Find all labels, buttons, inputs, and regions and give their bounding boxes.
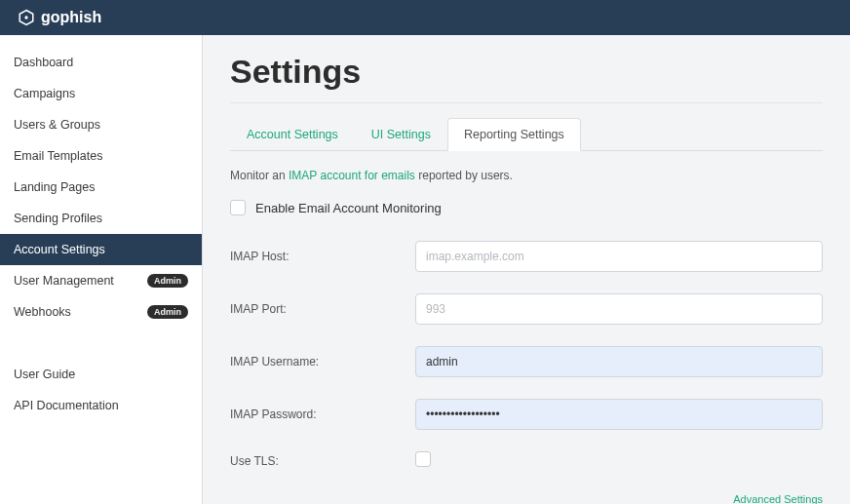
imap-password-label: IMAP Password: bbox=[230, 407, 415, 421]
tab-account-settings[interactable]: Account Settings bbox=[230, 118, 355, 151]
sidebar-item-label: API Documentation bbox=[14, 399, 119, 412]
enable-monitoring-label: Enable Email Account Monitoring bbox=[255, 201, 442, 215]
sidebar-item-label: Sending Profiles bbox=[14, 212, 102, 225]
sidebar-item-label: Dashboard bbox=[14, 56, 73, 69]
sidebar-item-campaigns[interactable]: Campaigns bbox=[0, 78, 202, 109]
tab-reporting-settings[interactable]: Reporting Settings bbox=[447, 118, 581, 151]
imap-host-label: IMAP Host: bbox=[230, 250, 415, 263]
imap-port-label: IMAP Port: bbox=[230, 302, 415, 316]
tab-label: Account Settings bbox=[247, 128, 338, 141]
tabs: Account Settings UI Settings Reporting S… bbox=[230, 117, 823, 151]
imap-username-input[interactable] bbox=[415, 346, 823, 377]
sidebar-item-label: User Guide bbox=[14, 368, 75, 381]
imap-port-row: IMAP Port: bbox=[230, 293, 823, 325]
sidebar-item-email-templates[interactable]: Email Templates bbox=[0, 140, 202, 172]
tab-label: UI Settings bbox=[371, 128, 431, 141]
helper-suffix: reported by users. bbox=[415, 169, 513, 182]
imap-password-input[interactable] bbox=[415, 399, 823, 430]
sidebar-item-label: Webhooks bbox=[14, 305, 71, 319]
sidebar-item-label: Email Templates bbox=[14, 149, 102, 163]
advanced-settings-row: Advanced Settings bbox=[230, 491, 823, 504]
sidebar-item-label: User Management bbox=[14, 274, 114, 288]
admin-badge: Admin bbox=[147, 274, 188, 288]
tab-label: Reporting Settings bbox=[464, 128, 564, 141]
sidebar-item-user-management[interactable]: User Management Admin bbox=[0, 265, 202, 296]
sidebar-item-landing-pages[interactable]: Landing Pages bbox=[0, 172, 202, 203]
sidebar-item-users-groups[interactable]: Users & Groups bbox=[0, 109, 202, 140]
advanced-settings-link[interactable]: Advanced Settings bbox=[733, 493, 823, 504]
title-rule bbox=[230, 102, 823, 103]
sidebar: Dashboard Campaigns Users & Groups Email… bbox=[0, 35, 203, 504]
sidebar-item-webhooks[interactable]: Webhooks Admin bbox=[0, 296, 202, 328]
use-tls-checkbox[interactable] bbox=[415, 451, 431, 467]
use-tls-row: Use TLS: bbox=[230, 451, 823, 470]
brand-hexagon-icon bbox=[18, 9, 35, 26]
sidebar-item-account-settings[interactable]: Account Settings bbox=[0, 234, 202, 265]
main-content: Settings Account Settings UI Settings Re… bbox=[203, 35, 850, 504]
enable-monitoring-row: Enable Email Account Monitoring bbox=[230, 200, 823, 215]
brand-name: gophish bbox=[41, 9, 101, 26]
sidebar-item-label: Users & Groups bbox=[14, 118, 100, 132]
sidebar-item-label: Campaigns bbox=[14, 87, 75, 100]
page-title: Settings bbox=[230, 53, 823, 91]
admin-badge: Admin bbox=[147, 305, 188, 319]
sidebar-item-sending-profiles[interactable]: Sending Profiles bbox=[0, 203, 202, 234]
imap-host-input[interactable] bbox=[415, 241, 823, 272]
brand[interactable]: gophish bbox=[18, 9, 101, 26]
tab-ui-settings[interactable]: UI Settings bbox=[355, 118, 447, 151]
use-tls-label: Use TLS: bbox=[230, 454, 415, 468]
sidebar-item-api-documentation[interactable]: API Documentation bbox=[0, 390, 202, 421]
sidebar-item-label: Landing Pages bbox=[14, 180, 95, 194]
topbar: gophish bbox=[0, 0, 850, 35]
imap-username-label: IMAP Username: bbox=[230, 355, 415, 368]
sidebar-item-label: Account Settings bbox=[14, 243, 105, 256]
imap-username-row: IMAP Username: bbox=[230, 346, 823, 377]
imap-port-input[interactable] bbox=[415, 293, 823, 325]
sidebar-item-dashboard[interactable]: Dashboard bbox=[0, 47, 202, 78]
sidebar-divider bbox=[0, 328, 202, 359]
svg-point-1 bbox=[24, 16, 27, 19]
enable-monitoring-checkbox[interactable] bbox=[230, 200, 246, 215]
helper-text: Monitor an IMAP account for emails repor… bbox=[230, 169, 823, 182]
imap-help-link[interactable]: IMAP account for emails bbox=[289, 169, 415, 182]
sidebar-item-user-guide[interactable]: User Guide bbox=[0, 359, 202, 390]
imap-host-row: IMAP Host: bbox=[230, 241, 823, 272]
imap-password-row: IMAP Password: bbox=[230, 399, 823, 430]
helper-prefix: Monitor an bbox=[230, 169, 289, 182]
